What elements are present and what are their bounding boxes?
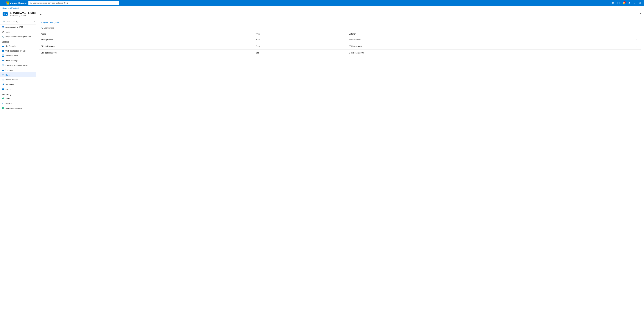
alerts-icon: < rect x="5" y="5" width="4" height="7" … — [2, 97, 4, 100]
svg-rect-1 — [7, 1, 9, 3]
breadcrumb-resource[interactable]: SRAppGV1 — [10, 7, 19, 9]
feedback-icon-btn[interactable]: ☺ — [638, 1, 642, 5]
sidebar-item-label: Alerts — [6, 98, 10, 100]
sidebar-item-tags[interactable]: 🏷 Tags — [0, 29, 36, 34]
svg-rect-22 — [2, 70, 4, 70]
table-row: SRHttpRule80 Basic SRListener80 ⋯ — [39, 36, 641, 43]
global-search-input[interactable] — [33, 2, 118, 4]
sidebar: 🔍 « 👤 Access control (IAM) 🏷 Tags 🔧 Diag… — [0, 18, 36, 316]
global-search[interactable]: 🔍 — [28, 1, 119, 5]
sidebar-item-label: Diagnostic settings — [6, 107, 22, 109]
sidebar-search-input[interactable] — [6, 20, 33, 22]
add-routing-rule-button[interactable]: + Request routing rule — [39, 20, 59, 24]
close-button[interactable]: × — [640, 12, 642, 15]
sidebar-item-listeners[interactable]: Listeners — [0, 68, 36, 72]
sidebar-item-health-probes[interactable]: Health probes — [0, 77, 36, 82]
page-header-text: SRAppGV1 | Rules Application gateway — [10, 11, 36, 17]
svg-rect-15 — [3, 56, 4, 57]
backend-pools-icon — [2, 54, 4, 57]
sidebar-item-properties[interactable]: Properties — [0, 82, 36, 87]
svg-point-28 — [3, 79, 3, 80]
sidebar-item-frontend-ip[interactable]: Frontend IP configurations — [0, 63, 36, 68]
sidebar-item-waf[interactable]: Web application firewall — [0, 48, 36, 53]
breadcrumb: Home > SRAppGV1 — [0, 6, 644, 10]
rule-name: SRHttpRule443 — [39, 43, 254, 50]
help-icon-btn[interactable]: ? — [632, 1, 637, 5]
page-header-menu-btn[interactable]: ... — [38, 12, 43, 16]
sidebar-item-rules[interactable]: Rules — [0, 72, 36, 77]
sidebar-item-label: Rules — [6, 74, 10, 76]
svg-rect-33 — [2, 89, 4, 90]
row-actions: ⋯ — [554, 50, 641, 56]
svg-rect-14 — [2, 56, 3, 57]
sidebar-item-diagnose[interactable]: 🔧 Diagnose and solve problems — [0, 34, 36, 39]
svg-rect-21 — [2, 69, 4, 69]
diagnose-icon: 🔧 — [2, 35, 4, 38]
row-menu-button[interactable]: ⋯ — [635, 51, 639, 55]
svg-rect-0 — [6, 1, 7, 3]
collapse-sidebar-btn[interactable]: « — [34, 20, 35, 22]
svg-rect-30 — [2, 84, 3, 85]
svg-rect-11 — [2, 46, 4, 47]
rule-listener: SRListener22334 — [347, 50, 554, 56]
sidebar-item-label: Tags — [6, 31, 10, 33]
portal-icon-btn[interactable]: ⬚ — [616, 1, 620, 5]
rule-listener: SRListener80 — [347, 36, 554, 43]
content-toolbar: + Request routing rule — [39, 20, 641, 24]
sidebar-item-metrics[interactable]: Metrics — [0, 101, 36, 106]
breadcrumb-home[interactable]: Home — [2, 7, 7, 9]
row-menu-button[interactable]: ⋯ — [635, 44, 639, 48]
search-icon: 🔍 — [41, 27, 43, 29]
rule-type: Basic — [254, 43, 347, 50]
sidebar-search-inner[interactable]: 🔍 — [2, 20, 34, 23]
notification-icon-btn[interactable]: 🔔 4 — [622, 1, 626, 5]
sidebar-item-locks[interactable]: Locks — [0, 87, 36, 92]
waf-icon — [2, 50, 4, 52]
locks-icon — [2, 88, 4, 90]
rules-search-input[interactable] — [44, 27, 639, 29]
topbar: ☰ Microsoft Azure 🔍 ✉ ⬚ 🔔 4 ⚙ ? ☺ — [0, 0, 644, 6]
svg-rect-25 — [2, 75, 4, 75]
frontend-ip-icon — [2, 64, 4, 66]
access-control-icon: 👤 — [2, 26, 4, 28]
sidebar-item-label: Web application firewall — [6, 50, 26, 52]
sidebar-item-alerts[interactable]: < rect x="5" y="5" width="4" height="7" … — [0, 96, 36, 101]
svg-rect-7 — [5, 13, 7, 14]
settings-icon-btn[interactable]: ⚙ — [627, 1, 631, 5]
metrics-icon — [2, 102, 4, 105]
sidebar-item-label: Metrics — [6, 102, 12, 105]
email-icon-btn[interactable]: ✉ — [611, 1, 615, 5]
listeners-icon — [2, 69, 4, 71]
svg-rect-17 — [2, 60, 4, 61]
col-header-actions — [554, 32, 641, 36]
sidebar-item-http-settings[interactable]: HTTP settings — [0, 58, 36, 63]
col-header-type: Type — [254, 32, 347, 36]
rules-search-bar[interactable]: 🔍 — [39, 26, 641, 30]
row-menu-button[interactable]: ⋯ — [635, 38, 639, 41]
rule-listener: SRListener443 — [347, 43, 554, 50]
topbar-icons: ✉ ⬚ 🔔 4 ⚙ ? ☺ — [611, 1, 642, 5]
sidebar-item-backend-pools[interactable]: Backend pools — [0, 53, 36, 58]
rule-name: SRHttpRule80 — [39, 36, 254, 43]
app-logo: Microsoft Azure — [6, 1, 27, 4]
add-icon: + — [39, 21, 40, 24]
row-actions: ⋯ — [554, 43, 641, 50]
settings-section-label: Settings — [0, 39, 36, 44]
rule-type: Basic — [254, 36, 347, 43]
rule-type: Basic — [254, 50, 347, 56]
sidebar-item-label: Access control (IAM) — [6, 26, 24, 28]
notification-badge: 4 — [624, 1, 626, 3]
sidebar-item-access-control[interactable]: 👤 Access control (IAM) — [0, 25, 36, 29]
search-icon: 🔍 — [30, 2, 32, 4]
app-logo-text: Microsoft Azure — [10, 2, 27, 4]
sidebar-item-diagnostic-settings[interactable]: Diagnostic settings — [0, 106, 36, 111]
sidebar-item-configuration[interactable]: Configuration — [0, 44, 36, 48]
hamburger-icon[interactable]: ☰ — [2, 2, 4, 4]
sidebar-search-container: 🔍 « — [0, 18, 36, 25]
svg-rect-38 — [4, 107, 4, 109]
http-settings-icon — [2, 59, 4, 62]
svg-rect-31 — [3, 84, 4, 85]
sidebar-item-label: Configuration — [6, 45, 17, 47]
tags-icon: 🏷 — [2, 31, 4, 33]
svg-rect-10 — [2, 46, 4, 46]
